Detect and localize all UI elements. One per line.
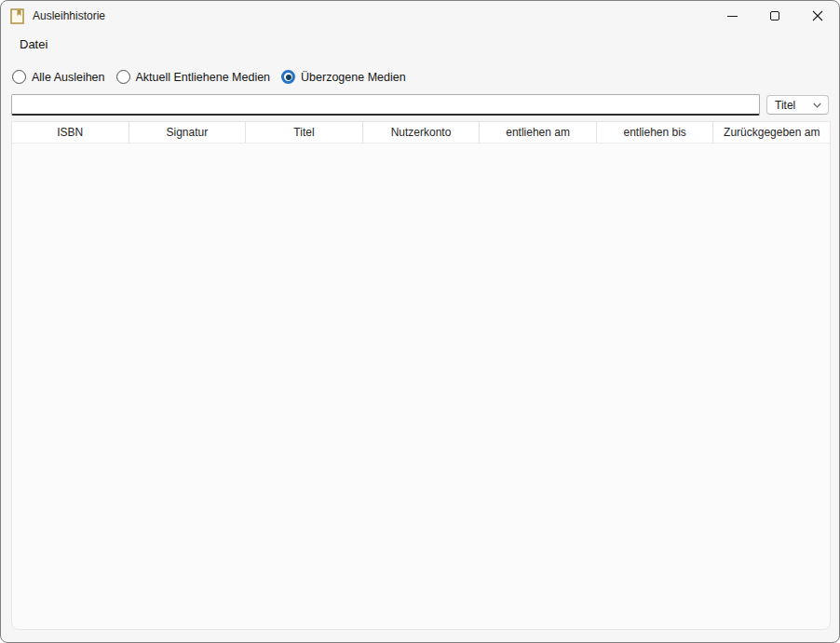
window-title: Ausleihhistorie — [33, 9, 105, 22]
filter-radio-group: Alle Ausleihen Aktuell Entliehene Medien… — [12, 70, 406, 84]
title-bar: Ausleihhistorie — [1, 1, 839, 31]
radio-icon — [116, 70, 130, 84]
search-field-select[interactable]: Titel — [766, 95, 829, 115]
column-header-nutzerkonto[interactable]: Nutzerkonto — [363, 122, 481, 143]
column-header-entliehen-bis[interactable]: entliehen bis — [597, 122, 714, 143]
close-button[interactable] — [796, 1, 839, 31]
search-field-selected-value: Titel — [775, 99, 795, 112]
app-book-icon — [10, 8, 24, 24]
menu-item-datei[interactable]: Datei — [18, 35, 49, 53]
chevron-down-icon — [813, 103, 821, 108]
radio-label: Überzogene Medien — [301, 71, 406, 84]
radio-icon — [281, 70, 295, 84]
radio-icon — [12, 70, 26, 84]
column-header-zurueckgegeben-am[interactable]: Zurückgegeben am — [713, 122, 830, 143]
radio-label: Aktuell Entliehene Medien — [136, 71, 271, 84]
minimize-button[interactable] — [711, 1, 753, 31]
window-controls — [711, 1, 839, 31]
column-header-entliehen-am[interactable]: entliehen am — [480, 122, 597, 143]
maximize-button[interactable] — [753, 1, 796, 31]
close-icon — [812, 10, 823, 21]
window: Ausleihhistorie Datei Alle Ausleihen — [0, 0, 840, 643]
table-body-empty — [12, 144, 830, 629]
radio-label: Alle Ausleihen — [32, 71, 105, 84]
search-input[interactable] — [11, 94, 760, 116]
radio-alle-ausleihen[interactable]: Alle Ausleihen — [12, 70, 105, 84]
column-header-titel[interactable]: Titel — [246, 122, 363, 143]
maximize-icon — [770, 11, 779, 21]
menu-bar: Datei — [1, 31, 839, 57]
loan-table: ISBN Signatur Titel Nutzerkonto entliehe… — [11, 121, 831, 630]
column-header-signatur[interactable]: Signatur — [129, 122, 247, 143]
radio-aktuell-entliehene-medien[interactable]: Aktuell Entliehene Medien — [116, 70, 271, 84]
radio-ueberzogene-medien[interactable]: Überzogene Medien — [281, 70, 406, 84]
column-header-isbn[interactable]: ISBN — [12, 122, 129, 143]
table-header-row: ISBN Signatur Titel Nutzerkonto entliehe… — [12, 122, 830, 144]
minimize-icon — [727, 16, 738, 17]
